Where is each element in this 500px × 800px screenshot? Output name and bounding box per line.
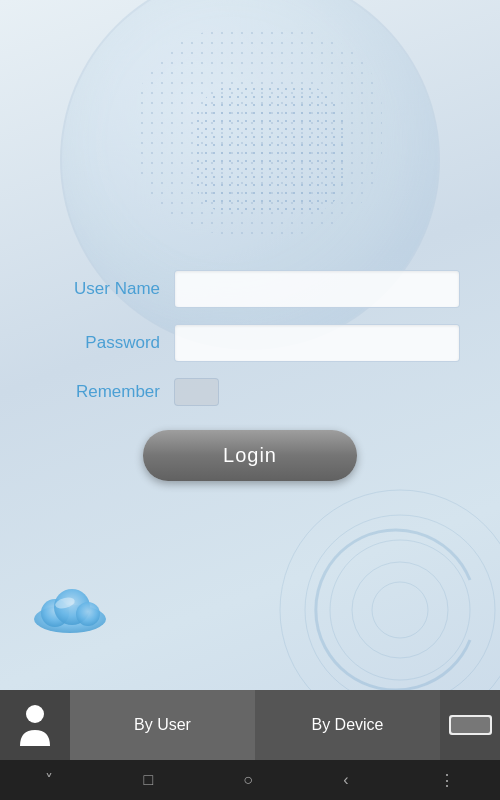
login-btn-container: Login [40, 430, 460, 481]
bottom-nav: By User By Device [0, 690, 500, 760]
by-user-label: By User [134, 716, 191, 734]
main-content: User Name Password Remember Login [0, 0, 500, 650]
nav-person-button[interactable] [0, 690, 70, 760]
by-device-tab[interactable]: By Device [255, 690, 440, 760]
remember-checkbox[interactable] [174, 378, 219, 406]
nav-menu-button[interactable]: ⋮ [419, 763, 475, 798]
device-icon [448, 710, 493, 740]
nav-home-button[interactable]: ○ [223, 763, 273, 797]
by-user-tab[interactable]: By User [70, 690, 255, 760]
cloud-icon [30, 581, 110, 636]
nav-square-button[interactable]: □ [123, 763, 173, 797]
cloud-container [30, 581, 110, 640]
password-label: Password [40, 333, 160, 353]
nav-device-icon-container[interactable] [440, 690, 500, 760]
remember-label: Remember [40, 382, 160, 402]
nav-chevron-button[interactable]: ˅ [25, 763, 73, 798]
svg-point-10 [26, 705, 44, 723]
username-input[interactable] [174, 270, 460, 308]
svg-point-8 [76, 602, 100, 626]
svg-rect-12 [451, 717, 490, 733]
password-row: Password [40, 324, 460, 362]
login-button[interactable]: Login [143, 430, 357, 481]
username-row: User Name [40, 270, 460, 308]
person-icon [19, 704, 51, 746]
login-form: User Name Password Remember Login [0, 270, 500, 481]
system-nav: ˅ □ ○ ‹ ⋮ [0, 760, 500, 800]
password-input[interactable] [174, 324, 460, 362]
username-label: User Name [40, 279, 160, 299]
by-device-label: By Device [311, 716, 383, 734]
nav-back-button[interactable]: ‹ [323, 763, 368, 797]
remember-row: Remember [40, 378, 460, 406]
